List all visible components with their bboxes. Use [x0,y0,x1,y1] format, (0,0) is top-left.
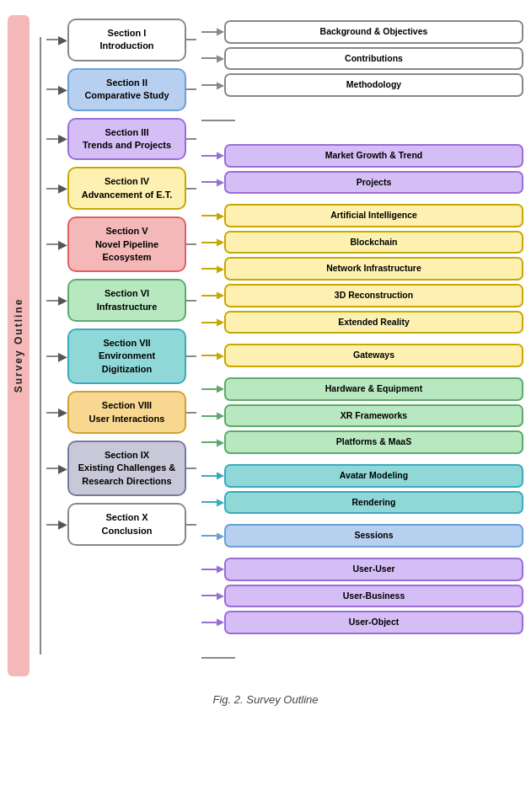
sub-arrow-4-1: ▶ [217,211,223,221]
sub-hline-1-1 [201,31,217,33]
sub-hline-5-1 [201,355,217,356]
sub-hline-7-2 [201,501,217,503]
sub-entry-4-1: ▶Artificial Intelligence [201,204,523,227]
arrow-head-1: ▶ [58,35,67,45]
sub-box-6-2: XR Frameworks [224,404,523,428]
section-entry-2: ▶Section II Comparative Study [46,65,196,115]
sub-box-1-1: Background & Objectives [224,20,523,44]
section-entry-9: ▶Section IX Existing Challenges & Resear… [46,437,196,499]
section-entry-8: ▶Section VIII User Interactions [46,387,196,437]
sub-entry-5-1: ▶Gateways [201,344,523,367]
sub-group-1: ▶Background & Objectives▶Contributions▶M… [201,15,523,102]
sub-arrow-3-1: ▶ [217,151,223,160]
branch-line-3 [46,138,58,140]
right-connector-1 [186,39,196,40]
sub-group-2 [201,102,523,139]
section-entry-1: ▶Section I Introduction [46,15,196,65]
sub-arrow-6-1: ▶ [217,384,223,393]
sub-arrow-5-1: ▶ [217,351,223,361]
survey-outline-label: Survey Outline [13,298,24,393]
arrow-head-9: ▶ [58,463,67,474]
sub-group-5: ▶Gateways [201,339,523,372]
branch-line-9 [46,467,58,469]
sub-arrow-4-5: ▶ [217,318,223,327]
sub-arrow-4-3: ▶ [217,264,223,274]
section-entry-10: ▶Section X Conclusion [46,499,196,549]
sub-entry-9-1: ▶User-User [201,558,523,581]
sub-entry-6-2: ▶XR Frameworks [201,404,523,428]
sub-hline-6-2 [201,415,217,417]
section-entry-3: ▶Section III Trends and Projects [46,115,196,164]
sub-hline-4-3 [201,268,217,270]
sub-box-8-1: Sessions [224,524,523,548]
section-box-2: Section II Comparative Study [67,68,186,111]
branch-line-10 [46,524,58,526]
section-entry-6: ▶Section VI Infrastructure [46,275,196,325]
right-connector-7 [186,355,196,357]
sub-arrow-3-2: ▶ [217,178,223,187]
sub-box-4-4: 3D Reconstruction [224,284,523,307]
sub-hline-6-1 [201,388,217,390]
sub-box-9-2: User-Business [224,585,523,608]
branch-line-7 [46,355,58,357]
branch-line-2 [46,88,58,90]
diagram-wrapper: Survey Outline ▶Section I Introduction▶S… [4,8,527,683]
sub-entry-4-5: ▶Extended Reality [201,311,523,334]
sub-hline-9-2 [201,595,217,596]
sub-panel: ▶Background & Objectives▶Contributions▶M… [196,15,523,676]
sub-box-4-3: Network Infrastructure [224,257,523,280]
survey-outline-bar: Survey Outline [8,15,30,676]
branch-line-8 [46,412,58,414]
sub-entry-4-2: ▶Blockchain [201,231,523,254]
arrow-head-10: ▶ [58,519,67,530]
sub-entry-8-1: ▶Sessions [201,524,523,548]
trunk-col [33,15,46,676]
sub-hline-4-5 [201,322,217,323]
section-box-3: Section III Trends and Projects [67,118,186,161]
sub-group-10 [201,639,523,676]
sub-arrow-7-1: ▶ [217,471,223,480]
sub-hline-4-2 [201,242,217,243]
sub-hline-9-1 [201,569,217,570]
section-box-9: Section IX Existing Challenges & Researc… [67,441,186,496]
right-connector-10 [186,524,196,526]
sub-box-4-1: Artificial Intelligence [224,204,523,227]
sub-entry-7-1: ▶Avatar Modeling [201,464,523,488]
sub-entry-1-2: ▶Contributions [201,47,523,71]
arrow-head-6: ▶ [58,295,67,306]
sub-arrow-7-2: ▶ [217,498,223,507]
sub-box-9-3: User-Object [224,611,523,634]
sub-hline-8-1 [201,535,217,537]
sub-entry-1-3: ▶Methodology [201,73,523,97]
sub-box-3-2: Projects [224,171,523,195]
sub-hline-7-1 [201,475,217,477]
sub-box-5-1: Gateways [224,344,523,367]
sub-arrow-1-3: ▶ [217,81,223,90]
arrow-head-5: ▶ [58,239,67,250]
branch-line-5 [46,243,58,245]
sub-entry-4-3: ▶Network Infrastructure [201,257,523,280]
sub-group-8: ▶Sessions [201,519,523,553]
sub-box-3-1: Market Growth & Trend [224,144,523,168]
right-connector-2 [186,88,196,90]
right-connector-5 [186,243,196,245]
sub-arrow-9-1: ▶ [217,564,223,574]
sub-arrow-1-1: ▶ [217,27,223,36]
sub-hline-4-4 [201,295,217,296]
right-connector-4 [186,188,196,190]
sub-arrow-4-4: ▶ [217,291,223,300]
right-connector-8 [186,412,196,414]
sections-col: ▶Section I Introduction▶Section II Compa… [46,15,196,676]
section-box-7: Section VII Environment Digitization [67,329,186,384]
sub-entry-1-1: ▶Background & Objectives [201,20,523,44]
sub-arrow-4-2: ▶ [217,238,223,247]
figure-caption: Fig. 2. Survey Outline [213,693,319,706]
sub-box-1-2: Contributions [224,47,523,71]
sub-arrow-9-2: ▶ [217,591,223,601]
sub-entry-6-3: ▶Platforms & MaaS [201,430,523,454]
sub-arrow-1-2: ▶ [217,54,223,63]
sub-group-7: ▶Avatar Modeling▶Rendering [201,459,523,519]
sub-entry-7-2: ▶Rendering [201,491,523,515]
sub-hline-1-3 [201,84,217,86]
sub-hline-9-3 [201,622,217,623]
